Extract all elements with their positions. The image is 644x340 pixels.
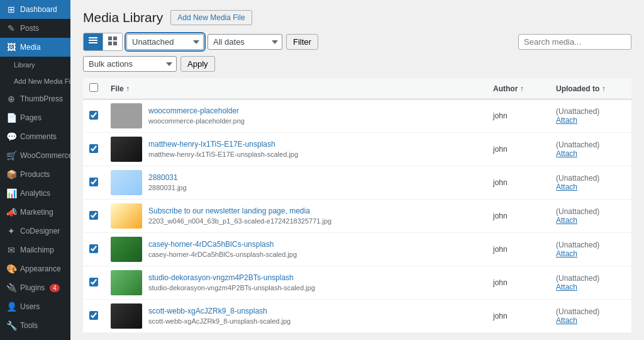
file-thumbnail bbox=[111, 103, 142, 128]
attachment-filter-select[interactable]: Unattached All media items Attached bbox=[126, 34, 204, 50]
row-checkbox[interactable] bbox=[89, 244, 98, 253]
row-checkbox[interactable] bbox=[89, 111, 98, 120]
sidebar-item-dashboard[interactable]: ⊞ Dashboard bbox=[0, 0, 70, 19]
row-checkbox-cell bbox=[83, 200, 104, 233]
file-name-link[interactable]: woocommerce-placeholder bbox=[148, 106, 245, 115]
svg-rect-0 bbox=[89, 37, 97, 38]
sidebar-item-label: Media bbox=[20, 43, 41, 52]
attach-link[interactable]: Attach bbox=[556, 249, 625, 258]
file-name-link[interactable]: scott-webb-xgAcJZRk9_8-unsplash bbox=[148, 307, 291, 315]
row-checkbox-cell bbox=[83, 166, 104, 200]
sidebar-item-settings[interactable]: ⚙ Settings bbox=[0, 335, 70, 340]
sidebar-item-label: Appearance bbox=[20, 264, 61, 273]
filter-button[interactable]: Filter bbox=[286, 34, 318, 50]
search-input[interactable] bbox=[518, 34, 631, 50]
pages-icon: 📄 bbox=[6, 113, 16, 123]
list-view-button[interactable] bbox=[84, 33, 103, 50]
row-uploaded-to-cell: (Unattached) Attach bbox=[550, 266, 631, 300]
file-details: studio-dekorasyon-vngzm4P2BTs-unsplash s… bbox=[148, 273, 315, 292]
author-name: john bbox=[493, 312, 508, 320]
file-thumbnail bbox=[111, 203, 142, 229]
bulk-actions-select[interactable]: Bulk actions Delete Permanently Attach bbox=[83, 56, 177, 72]
sidebar-item-mailchimp[interactable]: ✉ Mailchimp bbox=[0, 241, 70, 259]
file-details: woocommerce-placeholder woocommerce-plac… bbox=[148, 106, 245, 125]
attach-link[interactable]: Attach bbox=[556, 183, 625, 191]
file-info: woocommerce-placeholder woocommerce-plac… bbox=[111, 103, 480, 128]
sidebar-item-codesigner[interactable]: ✦ CoDesigner bbox=[0, 222, 70, 241]
svg-rect-6 bbox=[113, 42, 117, 45]
attach-link[interactable]: Attach bbox=[556, 283, 625, 292]
select-all-column bbox=[83, 78, 104, 99]
file-name-link[interactable]: matthew-henry-lx1TiS-E17E-unsplash bbox=[148, 140, 298, 149]
row-file-cell: matthew-henry-lx1TiS-E17E-unsplash matth… bbox=[104, 133, 487, 166]
sidebar-item-posts[interactable]: ✎ Posts bbox=[0, 19, 70, 38]
row-author-cell: john bbox=[487, 99, 550, 133]
sidebar-item-users[interactable]: 👤 Users bbox=[0, 297, 70, 316]
attach-link[interactable]: Attach bbox=[556, 316, 625, 325]
file-details: casey-horner-4rDCa5hBlCs-unsplash casey-… bbox=[148, 240, 297, 259]
row-author-cell: john bbox=[487, 233, 550, 266]
sidebar-item-add-new-media[interactable]: Add New Media File bbox=[0, 73, 70, 89]
dates-filter-select[interactable]: All dates January 2024 February 2024 bbox=[208, 34, 282, 50]
grid-view-button[interactable] bbox=[103, 33, 122, 50]
sidebar-item-appearance[interactable]: 🎨 Appearance bbox=[0, 259, 70, 278]
sidebar-item-comments[interactable]: 💬 Comments bbox=[0, 127, 70, 146]
author-name: john bbox=[493, 145, 508, 154]
sidebar-item-plugins[interactable]: 🔌 Plugins 4 bbox=[0, 278, 70, 297]
sidebar-item-label: Users bbox=[20, 302, 40, 311]
tools-icon: 🔧 bbox=[6, 320, 16, 331]
sidebar-item-library[interactable]: Library bbox=[0, 57, 70, 73]
sidebar-item-analytics[interactable]: 📊 Analytics bbox=[0, 184, 70, 203]
attach-link[interactable]: Attach bbox=[556, 149, 625, 158]
row-checkbox-cell bbox=[83, 233, 104, 266]
file-name-link[interactable]: 2880031 bbox=[148, 173, 187, 182]
file-name-link[interactable]: casey-horner-4rDCa5hBlCs-unsplash bbox=[148, 240, 297, 249]
uploaded-to-status: (Unattached) bbox=[556, 174, 599, 183]
file-name-link[interactable]: studio-dekorasyon-vngzm4P2BTs-unsplash bbox=[148, 273, 315, 282]
file-name-link[interactable]: Subscribe to our newsletter landing page… bbox=[148, 207, 331, 215]
sidebar-item-label: Tools bbox=[20, 321, 38, 330]
table-row: woocommerce-placeholder woocommerce-plac… bbox=[83, 99, 631, 133]
apply-button[interactable]: Apply bbox=[180, 56, 215, 72]
sidebar-item-marketing[interactable]: 📣 Marketing bbox=[0, 203, 70, 222]
row-checkbox-cell bbox=[83, 99, 104, 133]
appearance-icon: 🎨 bbox=[6, 264, 16, 274]
sidebar-item-woocommerce[interactable]: 🛒 WooCommerce bbox=[0, 146, 70, 165]
main-content: Media Library Add New Media File Unattac… bbox=[70, 0, 644, 340]
grid-icon bbox=[108, 37, 117, 45]
row-checkbox[interactable] bbox=[89, 178, 98, 186]
row-uploaded-to-cell: (Unattached) Attach bbox=[550, 200, 631, 233]
sidebar-item-label: Dashboard bbox=[20, 5, 57, 14]
plugins-icon: 🔌 bbox=[6, 283, 16, 293]
sidebar-item-label: Pages bbox=[20, 113, 42, 122]
row-checkbox[interactable] bbox=[89, 144, 98, 153]
row-uploaded-to-cell: (Unattached) Attach bbox=[550, 99, 631, 133]
bulk-actions-bar: Bulk actions Delete Permanently Attach A… bbox=[83, 56, 631, 72]
file-details: 2880031 2880031.jpg bbox=[148, 173, 187, 192]
select-all-checkbox[interactable] bbox=[89, 83, 98, 92]
file-info: casey-horner-4rDCa5hBlCs-unsplash casey-… bbox=[111, 237, 480, 262]
file-details: Subscribe to our newsletter landing page… bbox=[148, 207, 331, 225]
posts-icon: ✎ bbox=[6, 23, 16, 33]
users-icon: 👤 bbox=[6, 302, 16, 312]
row-author-cell: john bbox=[487, 166, 550, 200]
row-checkbox[interactable] bbox=[89, 211, 98, 220]
table-body: woocommerce-placeholder woocommerce-plac… bbox=[83, 99, 631, 333]
attach-link[interactable]: Attach bbox=[556, 216, 625, 225]
attach-link[interactable]: Attach bbox=[556, 116, 625, 125]
sidebar-item-label: Products bbox=[20, 170, 50, 179]
sidebar-item-media[interactable]: 🖼 Media bbox=[0, 38, 70, 57]
row-checkbox[interactable] bbox=[89, 278, 98, 286]
row-checkbox[interactable] bbox=[89, 311, 98, 320]
sidebar-item-label: Plugins bbox=[20, 283, 45, 292]
comments-icon: 💬 bbox=[6, 132, 16, 142]
sidebar-item-thumbpress[interactable]: ⊕ ThumbPress bbox=[0, 89, 70, 108]
sidebar-item-pages[interactable]: 📄 Pages bbox=[0, 108, 70, 127]
file-thumbnail bbox=[111, 170, 142, 195]
sidebar-item-label: Marketing bbox=[20, 208, 53, 217]
add-new-media-button[interactable]: Add New Media File bbox=[170, 10, 252, 25]
sidebar-item-tools[interactable]: 🔧 Tools bbox=[0, 316, 70, 335]
sidebar-item-products[interactable]: 📦 Products bbox=[0, 165, 70, 184]
uploaded-to-status: (Unattached) bbox=[556, 207, 599, 216]
row-checkbox-cell bbox=[83, 266, 104, 300]
